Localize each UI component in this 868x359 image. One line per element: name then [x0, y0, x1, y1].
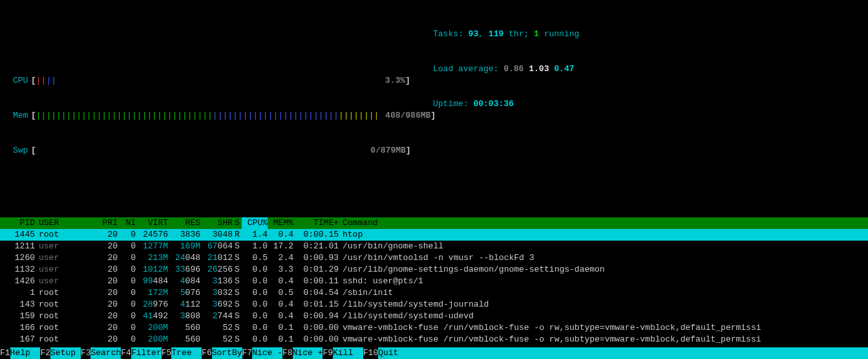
cell-cmd: /lib/systemd/systemd-journald	[339, 299, 868, 310]
cell-state: S	[233, 334, 242, 345]
process-row[interactable]: 1260user200213M2404821012S0.52.40:00.93/…	[0, 252, 868, 264]
cell-ni: 0	[118, 229, 136, 241]
col-ni[interactable]: NI	[118, 217, 136, 229]
cell-cpu: 0.5	[242, 252, 268, 264]
fkey-f4[interactable]: F4	[121, 347, 131, 359]
fkey-f5[interactable]: F5	[162, 347, 172, 359]
fkey-label[interactable]: Nice -	[252, 347, 282, 359]
cell-cmd: /lib/systemd/systemd-udevd	[339, 310, 868, 322]
cell-virt: 200M	[136, 322, 168, 334]
col-user[interactable]: USER	[35, 217, 94, 229]
col-res[interactable]: RES	[168, 217, 200, 229]
cell-cpu: 0.0	[242, 322, 268, 334]
cell-cpu: 1.4	[242, 229, 268, 241]
fkey-f9[interactable]: F9	[323, 347, 333, 359]
cell-ni: 0	[118, 287, 136, 299]
cell-user: user	[35, 241, 94, 252]
cell-state: S	[233, 310, 242, 322]
cell-pid: 1132	[0, 264, 35, 276]
process-row[interactable]: 159root2004149238082744S0.00.40:00.94/li…	[0, 310, 868, 322]
fkey-label[interactable]: Tree	[171, 347, 202, 359]
process-row[interactable]: 1132user2001012M3369626256S0.03.30:01.29…	[0, 264, 868, 276]
cell-user: root	[35, 229, 94, 241]
fkey-f10[interactable]: F10	[363, 347, 378, 359]
col-cmd[interactable]: Command	[339, 217, 868, 229]
cell-virt: 28976	[136, 299, 168, 310]
process-row[interactable]: 1426user2009948440843136S0.00.40:00.11ss…	[0, 276, 868, 287]
col-pid[interactable]: PID	[0, 217, 35, 229]
cell-time: 0:04.54	[293, 287, 339, 299]
cell-mem: 0.5	[268, 287, 293, 299]
cell-cpu: 0.0	[242, 310, 268, 322]
process-row[interactable]: 1445root2002457638363048R1.40.40:00.15ht…	[0, 229, 868, 241]
fkey-f8[interactable]: F8	[282, 347, 293, 359]
cell-virt: 24576	[136, 229, 168, 241]
cell-pid: 1260	[0, 252, 35, 264]
process-row[interactable]: 1211user2001277M169M67064S1.017.20:21.01…	[0, 241, 868, 252]
cell-pid: 1426	[0, 276, 35, 287]
swp-label: Swp	[13, 145, 31, 157]
cell-pri: 20	[94, 322, 118, 334]
fkey-f3[interactable]: F3	[81, 347, 91, 359]
cell-cmd: vmware-vmblock-fuse /run/vmblock-fuse -o…	[339, 322, 868, 334]
fkey-label[interactable]: Search	[90, 347, 121, 359]
process-row[interactable]: 143root2002897641123692S0.00.40:01.15/li…	[0, 299, 868, 310]
cell-pid: 159	[0, 310, 35, 322]
cell-user: root	[35, 287, 94, 299]
cpu-label: CPU	[13, 75, 31, 87]
cell-virt: 99484	[136, 276, 168, 287]
fkey-label[interactable]: SortBy	[212, 347, 242, 359]
cell-time: 0:00.15	[293, 229, 339, 241]
fkey-label[interactable]: Nice +	[293, 347, 323, 359]
fkey-f2[interactable]: F2	[40, 347, 50, 359]
cell-cpu: 0.0	[242, 287, 268, 299]
footer-bar[interactable]: F1Help F2Setup F3SearchF4FilterF5Tree F6…	[0, 347, 868, 359]
process-row[interactable]: 166root200200M56052S0.00.10:00.00vmware-…	[0, 322, 868, 334]
cell-shr: 52	[200, 322, 233, 334]
fkey-label[interactable]: Filter	[131, 347, 162, 359]
fkey-label[interactable]: Setup	[50, 347, 81, 359]
col-cpu[interactable]: CPU%	[242, 217, 268, 229]
cell-state: S	[233, 264, 242, 276]
cell-pid: 166	[0, 322, 35, 334]
cell-pid: 1445	[0, 229, 35, 241]
cell-pid: 143	[0, 299, 35, 310]
cell-time: 0:00.00	[293, 334, 339, 345]
cell-time: 0:01.15	[293, 299, 339, 310]
fkey-label[interactable]: Help	[10, 347, 41, 359]
cell-pri: 20	[94, 241, 118, 252]
table-header[interactable]: PIDUSERPRINIVIRTRESSHRSCPU%MEM%TIME+Comm…	[0, 217, 868, 229]
cell-ni: 0	[118, 310, 136, 322]
cell-cpu: 0.0	[242, 299, 268, 310]
cell-cpu: 1.0	[242, 241, 268, 252]
process-row[interactable]: 167root200200M56052S0.00.10:00.00vmware-…	[0, 334, 868, 345]
cell-res: 4112	[168, 299, 200, 310]
fkey-f6[interactable]: F6	[202, 347, 212, 359]
uptime-line: Uptime: 00:03:36	[433, 98, 579, 110]
cell-pri: 20	[94, 299, 118, 310]
cell-state: S	[233, 276, 242, 287]
cell-user: user	[35, 276, 94, 287]
cell-shr: 3136	[200, 276, 233, 287]
process-table[interactable]: PIDUSERPRINIVIRTRESSHRSCPU%MEM%TIME+Comm…	[0, 217, 868, 359]
fkey-label[interactable]: Quit	[378, 347, 408, 359]
col-time[interactable]: TIME+	[293, 217, 339, 229]
fkey-label[interactable]: Kill	[333, 347, 363, 359]
col-shr[interactable]: SHR	[200, 217, 233, 229]
fkey-f7[interactable]: F7	[242, 347, 253, 359]
cell-state: S	[233, 252, 242, 264]
cell-pid: 167	[0, 334, 35, 345]
cell-pri: 20	[94, 310, 118, 322]
cell-mem: 0.4	[268, 276, 293, 287]
col-pri[interactable]: PRI	[94, 217, 118, 229]
col-mem[interactable]: MEM%	[268, 217, 293, 229]
col-virt[interactable]: VIRT	[136, 217, 168, 229]
process-row[interactable]: 1root200172M50763032S0.00.50:04.54/sbin/…	[0, 287, 868, 299]
cell-ni: 0	[118, 334, 136, 345]
cell-user: root	[35, 322, 94, 334]
cell-ni: 0	[118, 252, 136, 264]
col-s[interactable]: S	[233, 217, 242, 229]
cell-virt: 41492	[136, 310, 168, 322]
cell-ni: 0	[118, 322, 136, 334]
fkey-f1[interactable]: F1	[0, 347, 10, 359]
